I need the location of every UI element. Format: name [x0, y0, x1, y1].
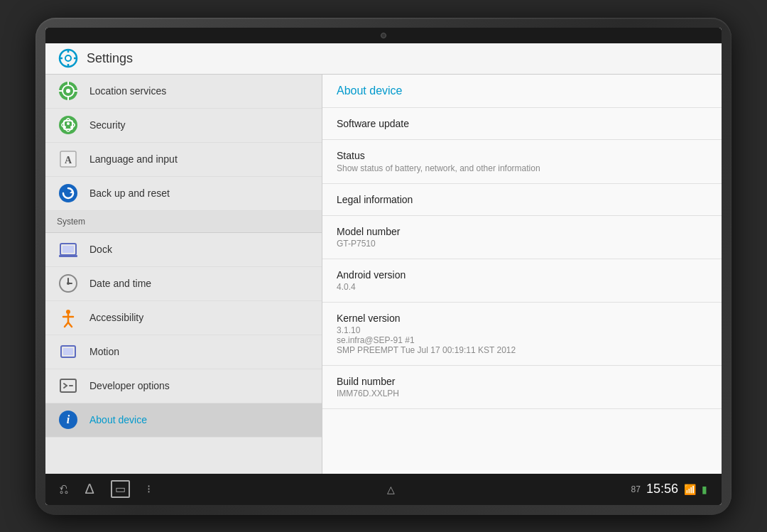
sidebar-item-backup-label: Back up and reset — [89, 188, 170, 199]
motion-icon — [57, 340, 80, 363]
svg-rect-37 — [60, 379, 76, 392]
svg-point-18 — [70, 126, 73, 129]
top-bezel — [45, 28, 722, 43]
svg-line-34 — [68, 322, 72, 327]
build-title: Build number — [337, 376, 707, 387]
developer-icon — [57, 374, 80, 397]
nav-bar: ⎌ ∆ ▭ ⁝ △ 87 15:56 📶 ▮ — [45, 474, 722, 505]
clock: 15:56 — [646, 482, 678, 496]
detail-item-software-update[interactable]: Software update — [322, 108, 722, 140]
svg-point-8 — [66, 89, 70, 93]
security-icon — [57, 114, 80, 136]
legal-title: Legal information — [337, 194, 707, 205]
kernel-title: Kernel version — [337, 313, 707, 324]
sidebar-item-location-label: Location services — [89, 85, 166, 97]
sidebar-item-language[interactable]: A Language and input — [45, 143, 322, 177]
sidebar-item-backup[interactable]: Back up and reset — [45, 177, 322, 211]
status-subtitle: Show status of battery, network, and oth… — [337, 163, 707, 173]
svg-text:i: i — [67, 413, 70, 425]
sidebar-item-security[interactable]: Security — [45, 109, 322, 143]
svg-rect-24 — [62, 246, 74, 253]
detail-panel: About device Software update Status Show… — [322, 75, 722, 474]
language-icon: A — [57, 148, 80, 170]
sidebar-item-about[interactable]: i About device — [45, 403, 322, 438]
model-value: GT-P7510 — [337, 239, 707, 249]
sidebar-item-datetime-label: Date and time — [89, 278, 151, 289]
detail-item-kernel: Kernel version 3.1.10 se.infra@SEP-91 #1… — [322, 303, 722, 366]
sidebar-item-motion[interactable]: Motion — [45, 335, 322, 369]
svg-text:A: A — [65, 155, 72, 165]
tablet-screen: Settings — [45, 28, 722, 505]
battery-percent: 87 — [631, 484, 641, 494]
sidebar-item-datetime[interactable]: Date and time — [45, 267, 322, 301]
android-title: Android version — [337, 269, 707, 281]
sidebar-item-developer[interactable]: Developer options — [45, 369, 322, 403]
kernel-value: 3.1.10 se.infra@SEP-91 #1 SMP PREEMPT Tu… — [337, 325, 707, 355]
svg-point-16 — [67, 122, 70, 125]
sidebar-item-about-label: About device — [89, 414, 147, 425]
settings-header: Settings — [45, 43, 722, 75]
sidebar-item-dock-label: Dock — [89, 244, 112, 255]
detail-title-item[interactable]: About device — [322, 75, 722, 108]
wifi-icon: 📶 — [684, 484, 696, 495]
detail-item-android: Android version 4.0.4 — [322, 259, 722, 303]
home-button[interactable]: ∆ — [85, 481, 94, 497]
svg-point-17 — [63, 126, 66, 129]
tablet: Settings — [36, 18, 731, 515]
detail-item-model: Model number GT-P7510 — [322, 216, 722, 259]
status-title: Status — [337, 150, 707, 161]
sidebar-item-location[interactable]: Location services — [45, 75, 322, 109]
detail-item-build: Build number IMM76D.XXLPH — [322, 366, 722, 409]
model-title: Model number — [337, 226, 707, 237]
nav-left: ⎌ ∆ ▭ ⁝ — [60, 480, 151, 498]
sidebar-item-dock[interactable]: Dock — [45, 233, 322, 267]
svg-point-21 — [59, 184, 77, 202]
svg-point-0 — [65, 55, 71, 61]
settings-title: Settings — [87, 51, 133, 66]
up-button[interactable]: △ — [387, 484, 395, 495]
camera — [381, 33, 386, 38]
sidebar-item-developer-label: Developer options — [89, 380, 170, 391]
apps-button[interactable]: ⁝ — [147, 482, 151, 496]
battery-icon: ▮ — [702, 484, 707, 495]
accessibility-icon — [57, 306, 80, 329]
svg-point-29 — [67, 282, 70, 285]
sidebar-item-motion-label: Motion — [89, 346, 119, 357]
main-area: Location services — [45, 75, 722, 474]
back-button[interactable]: ⎌ — [60, 481, 68, 497]
dock-icon — [57, 238, 80, 261]
nav-center: △ — [387, 484, 395, 495]
detail-item-legal[interactable]: Legal information — [322, 184, 722, 216]
android-value: 4.0.4 — [337, 282, 707, 292]
build-value: IMM76D.XXLPH — [337, 389, 707, 398]
svg-line-39 — [64, 386, 67, 388]
svg-rect-36 — [63, 348, 73, 355]
sidebar-item-security-label: Security — [89, 119, 126, 131]
location-icon — [57, 80, 80, 102]
svg-rect-25 — [59, 255, 77, 257]
section-system: System — [45, 211, 322, 233]
sidebar-item-accessibility[interactable]: Accessibility — [45, 301, 322, 335]
detail-item-status[interactable]: Status Show status of battery, network, … — [322, 140, 722, 184]
backup-icon — [57, 182, 80, 205]
datetime-icon — [57, 272, 80, 295]
settings-header-icon — [57, 47, 80, 70]
screen-content: Settings — [45, 43, 722, 505]
recents-button[interactable]: ▭ — [111, 480, 130, 498]
nav-right: 87 15:56 📶 ▮ — [631, 482, 707, 496]
software-update-title: Software update — [337, 118, 707, 129]
detail-panel-title: About device — [337, 85, 707, 97]
sidebar-item-language-label: Language and input — [89, 153, 178, 165]
about-icon: i — [57, 408, 80, 431]
sidebar: Location services — [45, 75, 322, 474]
sidebar-item-accessibility-label: Accessibility — [89, 312, 143, 323]
